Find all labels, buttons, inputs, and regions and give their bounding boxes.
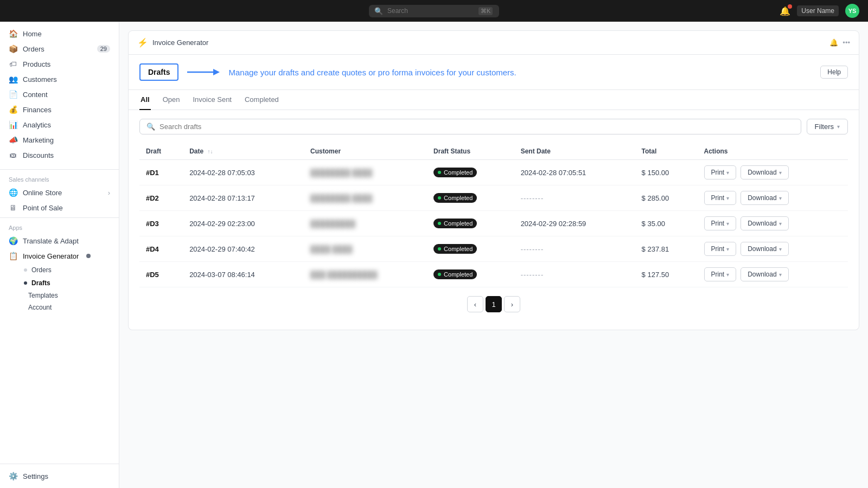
filters-button[interactable]: Filters ▾ xyxy=(807,119,848,134)
print-button[interactable]: Print ▾ xyxy=(704,242,737,256)
sidebar-item-analytics[interactable]: 📊 Analytics xyxy=(0,117,119,132)
sidebar-item-point-of-sale[interactable]: 🖥 Point of Sale xyxy=(0,200,119,215)
download-button[interactable]: Download ▾ xyxy=(741,216,788,230)
download-button[interactable]: Download ▾ xyxy=(741,191,788,205)
table-area: 🔍 Filters ▾ Draft xyxy=(129,110,859,330)
translate-icon: 🌍 xyxy=(9,236,17,245)
notification-bell[interactable]: 🔔 xyxy=(780,6,790,16)
cell-status: Completed xyxy=(427,211,514,236)
app-header-title: Invoice Generator xyxy=(152,38,208,47)
status-badge: Completed xyxy=(433,168,477,177)
tab-all[interactable]: All xyxy=(139,90,151,110)
search-drafts-input[interactable] xyxy=(159,123,794,131)
sidebar-item-settings[interactable]: ⚙️ Settings xyxy=(0,468,119,484)
topbar-search-input[interactable] xyxy=(387,7,474,15)
content-icon: 📄 xyxy=(9,90,17,99)
tab-completed[interactable]: Completed xyxy=(244,90,280,110)
download-button[interactable]: Download ▾ xyxy=(741,165,788,179)
sidebar-item-products[interactable]: 🏷 Products xyxy=(0,56,119,72)
sidebar-item-finances[interactable]: 💰 Finances xyxy=(0,102,119,117)
download-button[interactable]: Download ▾ xyxy=(741,242,788,256)
finances-icon: 💰 xyxy=(9,105,17,114)
sidebar-item-settings-label: Settings xyxy=(23,472,48,480)
topbar-search[interactable]: 🔍 ⌘K xyxy=(369,5,499,17)
drafts-description: Manage your drafts and create quotes or … xyxy=(228,68,516,77)
cell-customer: ███ ██████████ xyxy=(304,262,427,287)
cell-actions: Print ▾ Download ▾ xyxy=(698,262,848,287)
app-header: ⚡ Invoice Generator 🔔 ••• xyxy=(128,30,859,55)
actions-cell: Print ▾ Download ▾ xyxy=(704,216,841,230)
table-row: #D2 2024-02-28 07:13:17 ████████ ████ Co… xyxy=(139,185,848,211)
sort-icons: ↑↓ xyxy=(207,149,213,155)
table-row: #D1 2024-02-28 07:05:03 ████████ ████ Co… xyxy=(139,160,848,185)
sidebar-item-online-store-label: Online Store xyxy=(23,189,62,197)
actions-cell: Print ▾ Download ▾ xyxy=(704,165,841,179)
drafts-arrow-icon xyxy=(187,66,220,79)
topbar: 🔍 ⌘K 🔔 User Name YS xyxy=(0,0,868,22)
print-button[interactable]: Print ▾ xyxy=(704,165,737,179)
sidebar-item-marketing[interactable]: 📣 Marketing xyxy=(0,132,119,147)
sidebar-item-products-label: Products xyxy=(23,60,50,68)
sidebar-item-content[interactable]: 📄 Content xyxy=(0,87,119,102)
sidebar-item-customers[interactable]: 👥 Customers xyxy=(0,72,119,87)
pagination-next[interactable]: › xyxy=(504,296,520,312)
status-dot-icon xyxy=(438,273,441,276)
download-caret-icon: ▾ xyxy=(779,195,782,201)
sub-bullet-icon xyxy=(24,268,27,272)
sidebar-item-orders[interactable]: 📦 Orders 29 xyxy=(0,41,119,56)
table-row: #D3 2024-02-29 02:23:00 █████████ Comple… xyxy=(139,211,848,236)
col-sent-date: Sent Date xyxy=(514,143,635,160)
print-button[interactable]: Print ▾ xyxy=(704,191,737,205)
sent-date-dashes: -------- xyxy=(521,194,544,202)
search-icon: 🔍 xyxy=(374,7,383,15)
tab-invoice-sent[interactable]: Invoice Sent xyxy=(192,90,233,110)
download-button[interactable]: Download ▾ xyxy=(741,267,788,281)
more-options-icon[interactable]: ••• xyxy=(843,38,850,47)
tab-open[interactable]: Open xyxy=(162,90,181,110)
filter-caret-icon: ▾ xyxy=(837,124,840,130)
print-button[interactable]: Print ▾ xyxy=(704,216,737,230)
cell-actions: Print ▾ Download ▾ xyxy=(698,185,848,211)
tabs-bar: All Open Invoice Sent Completed xyxy=(129,90,859,110)
sub-bullet-active-icon xyxy=(24,281,27,285)
sidebar-sub-item-drafts[interactable]: Drafts xyxy=(0,277,119,290)
products-icon: 🏷 xyxy=(9,60,17,68)
actions-cell: Print ▾ Download ▾ xyxy=(704,242,841,256)
help-button[interactable]: Help xyxy=(820,66,848,79)
sidebar-item-translate[interactable]: 🌍 Translate & Adapt xyxy=(0,233,119,248)
chevron-right-icon: › xyxy=(108,189,110,197)
sidebar-item-translate-label: Translate & Adapt xyxy=(23,237,79,245)
search-box[interactable]: 🔍 xyxy=(139,119,801,134)
cell-status: Completed xyxy=(427,185,514,211)
avatar: YS xyxy=(845,4,859,18)
sidebar-item-finances-label: Finances xyxy=(23,106,52,114)
sidebar-child-item-templates[interactable]: Templates xyxy=(0,290,119,301)
drafts-label-box: Drafts xyxy=(139,63,178,81)
print-button[interactable]: Print ▾ xyxy=(704,267,737,281)
cell-date: 2024-03-07 08:46:14 xyxy=(183,262,304,287)
notification-dot xyxy=(86,254,91,258)
download-caret-icon: ▾ xyxy=(779,221,782,227)
sent-date-value: 2024-02-28 07:05:51 xyxy=(521,169,586,177)
orders-badge: 29 xyxy=(97,45,110,53)
app-header-icon: ⚡ xyxy=(137,37,148,48)
sidebar-item-discounts[interactable]: 🎟 Discounts xyxy=(0,147,119,163)
bell-small-icon[interactable]: 🔔 xyxy=(829,38,838,47)
pagination-page-1[interactable]: 1 xyxy=(486,296,502,312)
sidebar-item-invoice-generator[interactable]: 📋 Invoice Generator xyxy=(0,248,119,264)
sales-channels-title: Sales channels xyxy=(0,172,119,185)
status-badge: Completed xyxy=(433,244,477,254)
pagination-prev[interactable]: ‹ xyxy=(467,296,483,312)
cell-customer: █████████ xyxy=(304,211,427,236)
sidebar-item-home[interactable]: 🏠 Home xyxy=(0,26,119,41)
col-date[interactable]: Date ↑↓ xyxy=(183,143,304,160)
sidebar-child-account-label: Account xyxy=(28,304,52,311)
sidebar-child-item-account[interactable]: Account xyxy=(0,301,119,313)
status-dot-icon xyxy=(438,247,441,251)
table-row: #D4 2024-02-29 07:40:42 ████ ████ Comple… xyxy=(139,236,848,262)
sidebar-sub-item-orders[interactable]: Orders xyxy=(0,264,119,277)
status-dot-icon xyxy=(438,196,441,200)
orders-icon: 📦 xyxy=(9,44,17,53)
col-draft: Draft xyxy=(139,143,183,160)
sidebar-item-online-store[interactable]: 🌐 Online Store › xyxy=(0,185,119,200)
